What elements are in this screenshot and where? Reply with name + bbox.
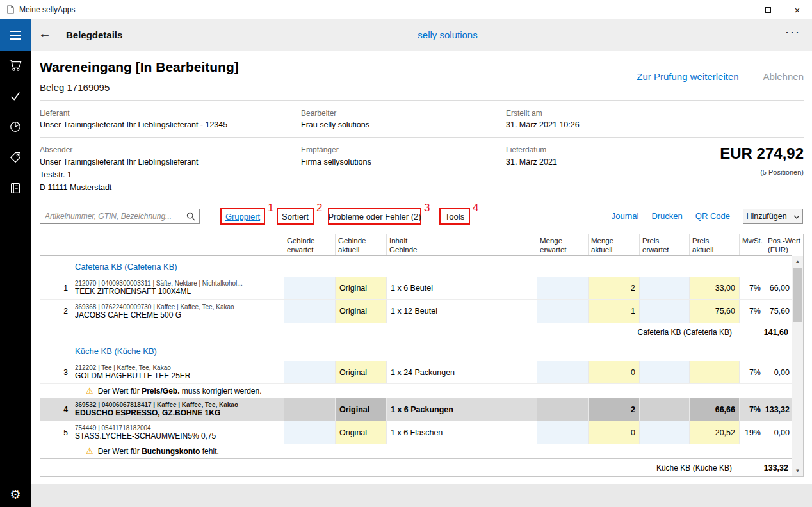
group-subtotal-label: Cafeteria KB (Cafeteria KB) (638, 328, 732, 337)
hamburger-menu-button[interactable] (0, 19, 31, 51)
search-input[interactable] (40, 209, 200, 224)
document-total: EUR 274,92 (720, 145, 804, 163)
article-cell: 212202 | Tee | Kaffee, Tee, Kakao GOLDM … (72, 361, 284, 383)
window-close-button[interactable]: × (783, 0, 812, 19)
table-row-selected[interactable]: 4 369532 | 04006067818417 | Kaffee | Kaf… (40, 398, 792, 421)
reject-button[interactable]: Ablehnen (763, 71, 804, 82)
col-header-preis-erwartet: Preiserwartet (640, 234, 690, 255)
menge-aktuell-cell[interactable]: 0 (589, 421, 640, 444)
bearbeiter-label: Bearbeiter (301, 109, 336, 118)
menge-aktuell-cell[interactable]: 2 (589, 398, 640, 421)
pos-wert-cell: 0,00 (765, 421, 792, 444)
qr-code-link[interactable]: QR Code (695, 211, 730, 221)
gebinde-aktuell-cell[interactable]: Original (336, 361, 387, 383)
chevron-down-icon (793, 212, 800, 221)
preis-erwartet-cell (640, 361, 690, 383)
annotation-box-3: Probleme oder Fehler (2) (328, 208, 421, 225)
window-maximize-button[interactable] (753, 0, 783, 19)
table-row[interactable]: 2 369368 | 07622400009730 | Kaffee | Kaf… (40, 300, 792, 323)
preis-aktuell-cell[interactable]: 66,66 (690, 398, 740, 421)
sidebar-item-reports[interactable] (0, 113, 31, 143)
gebinde-aktuell-cell[interactable]: Original (336, 398, 387, 421)
annotation-box-1: Gruppiert (220, 208, 265, 225)
group-header: Cafeteria KB (Cafeteria KB) (40, 256, 792, 277)
gebinde-aktuell-cell[interactable]: Original (336, 421, 387, 444)
sidebar-item-cart[interactable] (0, 51, 31, 82)
preis-aktuell-cell[interactable]: 33,00 (690, 277, 740, 299)
menge-erwartet-cell (537, 277, 589, 299)
absender-label: Absender (40, 145, 72, 154)
gebinde-aktuell-cell[interactable]: Original (336, 277, 387, 299)
inhalt-gebinde-cell: 1 x 12 Beutel (387, 300, 537, 323)
menge-aktuell-cell[interactable]: 1 (589, 300, 640, 323)
article-meta: 754449 | 05411718182004 (75, 424, 151, 431)
probleme-fehler-button[interactable]: Probleme oder Fehler (2) (328, 212, 421, 221)
col-header-inhalt-gebinde: InhaltGebinde (387, 234, 537, 255)
erstellt-am-label: Erstellt am (506, 109, 542, 118)
mwst-cell: 7% (740, 277, 765, 299)
sortiert-button[interactable]: Sortiert (282, 212, 309, 221)
preis-aktuell-cell[interactable]: 20,52 (690, 421, 740, 444)
cart-icon (8, 59, 22, 74)
col-header-gebinde-aktuell: Gebindeaktuell (336, 234, 387, 255)
group-name[interactable]: Küche KB (Küche KB) (40, 346, 157, 356)
positions-count: (5 Positionen) (760, 168, 804, 176)
forward-for-review-button[interactable]: Zur Prüfung weiterleiten (637, 71, 738, 82)
warning-icon: ⚠ (86, 446, 93, 456)
preis-aktuell-cell[interactable] (690, 361, 740, 383)
back-button[interactable]: ← (38, 26, 51, 41)
scroll-up-button[interactable]: ▲ (792, 256, 803, 267)
article-name: STASS.LYCHEE-SCHAUMWEIN5% 0,75 (75, 431, 216, 440)
sidebar-item-settings[interactable]: ⚙ (0, 481, 31, 507)
scroll-down-button[interactable]: ▼ (792, 465, 803, 476)
tag-icon (9, 151, 22, 166)
preis-aktuell-cell[interactable]: 75,60 (690, 300, 740, 323)
footer-bar (31, 484, 812, 507)
vertical-scrollbar[interactable]: ▲ ▼ (792, 256, 803, 476)
table-row[interactable]: 1 212070 | 04009300003311 | Säfte, Nekta… (40, 277, 792, 300)
inhalt-gebinde-cell: 1 x 6 Flaschen (387, 421, 537, 444)
menge-aktuell-cell[interactable]: 2 (589, 277, 640, 299)
col-header-artikel (72, 234, 284, 255)
menge-aktuell-cell[interactable]: 0 (589, 361, 640, 383)
article-meta: 212202 | Tee | Kaffee, Tee, Kakao (75, 364, 171, 371)
divider (40, 100, 804, 101)
document-number: Beleg 17169095 (40, 82, 110, 93)
drucken-link[interactable]: Drucken (651, 211, 682, 221)
col-header-gebinde-erwartet: Gebindeerwartet (284, 234, 336, 255)
warning-row: ⚠ Der Wert für Buchungskonto fehlt. (40, 444, 792, 458)
minimize-icon (735, 10, 742, 10)
col-header-menge-erwartet: Mengeerwartet (537, 234, 589, 255)
window-minimize-button[interactable] (724, 0, 753, 19)
inhalt-gebinde-cell: 1 x 6 Packungen (387, 398, 537, 421)
empfaenger-value: Firma sellysolutions (301, 157, 371, 166)
gebinde-erwartet-cell (284, 398, 336, 421)
scrollbar-thumb[interactable] (793, 268, 802, 322)
sidebar-item-journal[interactable] (0, 174, 31, 205)
journal-link[interactable]: Journal (612, 211, 639, 221)
group-subtotal-value: 133,32 (751, 463, 788, 472)
inhalt-gebinde-cell: 1 x 6 Beutel (387, 277, 537, 299)
sidebar-item-offers[interactable] (0, 143, 31, 174)
warning-row: ⚠ Der Wert für Preis/Geb. muss korrigier… (40, 384, 792, 398)
row-number: 4 (40, 398, 72, 421)
warning-text: Der Wert für Buchungskonto fehlt. (98, 447, 219, 456)
sidebar: ⚙ (0, 51, 31, 507)
gruppiert-button[interactable]: Gruppiert (225, 212, 260, 221)
group-header: Küche KB (Küche KB) (40, 341, 792, 361)
hinzufuegen-button[interactable]: Hinzufügen (743, 209, 803, 224)
table-row[interactable]: 5 754449 | 05411718182004 STASS.LYCHEE-S… (40, 421, 792, 444)
table-row[interactable]: 3 212202 | Tee | Kaffee, Tee, Kakao GOLD… (40, 361, 792, 384)
annotation-number-3: 3 (424, 202, 430, 214)
more-menu-button[interactable]: ··· (785, 26, 800, 39)
sidebar-item-tasks[interactable] (0, 82, 31, 113)
app-icon (6, 5, 15, 14)
gebinde-aktuell-cell[interactable]: Original (336, 300, 387, 323)
preis-erwartet-cell (640, 398, 690, 421)
inhalt-gebinde-cell: 1 x 24 Packungen (387, 361, 537, 383)
group-name[interactable]: Cafeteria KB (Cafeteria KB) (40, 262, 177, 271)
empfaenger-label: Empfänger (301, 145, 339, 154)
tools-button[interactable]: Tools (445, 212, 464, 221)
article-cell: 369368 | 07622400009730 | Kaffee | Kaffe… (72, 300, 284, 323)
lieferant-value: Unser Trainingslieferant Ihr Lieblingsli… (40, 120, 227, 129)
